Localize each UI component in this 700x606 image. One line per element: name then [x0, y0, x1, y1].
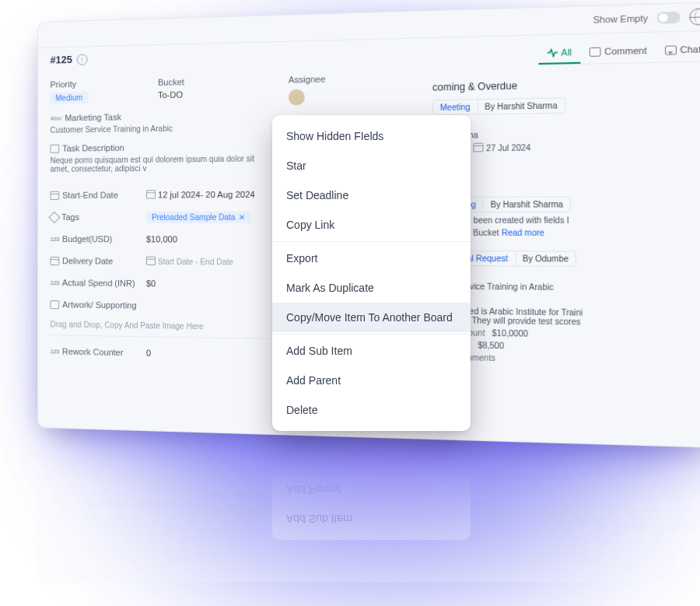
chat-icon: [665, 45, 677, 54]
text-icon: [51, 144, 60, 152]
start-end-label: Start-End Date: [62, 190, 118, 199]
read-more-link[interactable]: Read more: [502, 228, 544, 237]
meeting-date-day: 27: [432, 154, 700, 166]
number-icon: 123: [51, 348, 60, 355]
marketing-task-label: Abc Marketing Task: [51, 110, 269, 123]
audit-text-2: aborators, Bucket Read more: [432, 228, 700, 237]
audit-author: By Harshit Sharma: [484, 198, 570, 212]
tab-all-label: All: [561, 47, 572, 58]
menu-copy-move-item[interactable]: Copy/Move Item To Another Board: [272, 303, 471, 332]
activity-subheader: y: [432, 177, 700, 191]
menu-delete[interactable]: Delete: [272, 395, 471, 425]
number-icon: 123: [51, 236, 60, 243]
priority-badge[interactable]: Medium: [51, 92, 89, 104]
actual-spend-value[interactable]: $0: [146, 278, 269, 289]
number-icon: 123: [51, 279, 60, 286]
priority-label: Priority: [51, 78, 158, 89]
activity-icon: [547, 48, 557, 58]
calendar-icon: [146, 257, 156, 265]
menu-add-parent[interactable]: Add Parent: [272, 366, 471, 395]
details-text: dor selected is Arabic Institute for Tra…: [432, 307, 700, 328]
budget-value[interactable]: $10,000: [146, 234, 269, 244]
approval-author: By Odumbe: [516, 251, 576, 266]
meeting-pill-group: Meeting By Harshit Sharma: [432, 97, 565, 115]
tab-all[interactable]: All: [538, 42, 580, 65]
delivery-date-placeholder[interactable]: Start Date - End Date: [158, 257, 233, 267]
assignee-label: Assignee: [289, 72, 412, 85]
image-icon: [51, 300, 60, 309]
host-name: ahit Sharma: [432, 128, 700, 140]
remove-tag-icon[interactable]: ✕: [239, 212, 245, 221]
task-description: Neque porro quisquam est qui dolorem ips…: [51, 154, 269, 173]
budgeted-value: $10,0000: [492, 328, 528, 338]
tags-label: Tags: [61, 212, 79, 222]
show-empty-toggle[interactable]: [657, 12, 681, 24]
meeting-author: By Harshit Sharma: [478, 98, 564, 114]
audit-text: v item has been created with fields I: [432, 215, 700, 225]
calendar-icon: [51, 257, 60, 265]
activity-tabs: All Comment Chat ▾: [538, 38, 700, 65]
calendar-icon: [146, 190, 156, 198]
approval-case-value: tomer Service Training in Arabic: [432, 282, 700, 293]
rework-counter-label: Rework Counter: [62, 347, 123, 358]
divider: [51, 335, 269, 339]
menu-separator: [272, 241, 471, 242]
menu-copy-link[interactable]: Copy Link: [272, 210, 471, 240]
artwork-label: Artwork/ Supporting: [62, 299, 136, 310]
actual-spend-label: Actual Spend (INR): [62, 278, 135, 288]
menu-set-deadline[interactable]: Set Deadline: [272, 180, 471, 210]
tab-comment[interactable]: Comment: [580, 40, 656, 63]
tab-comment-label: Comment: [604, 45, 647, 56]
tag-chip[interactable]: Preloaded Sample Data✕: [146, 211, 250, 222]
menu-export[interactable]: Export: [272, 243, 471, 273]
comment-icon: [590, 47, 601, 56]
details-panel: Priority Medium Bucket To-DO Abc Marketi…: [51, 75, 269, 422]
tab-chat-label: Chat: [680, 44, 700, 55]
proposed-cost-value: $8,500: [478, 341, 504, 350]
menu-add-sub-item[interactable]: Add Sub Item: [272, 336, 471, 366]
globe-icon[interactable]: [689, 8, 700, 26]
meeting-pill[interactable]: Meeting: [433, 100, 478, 114]
activity-panel: coming & Overdue Meeting By Harshit Shar…: [432, 66, 700, 433]
info-icon[interactable]: i: [77, 54, 88, 65]
dnd-hint[interactable]: Drag and Drop, Copy And Paste Image Here: [51, 320, 269, 331]
menu-separator: [272, 334, 471, 335]
tag-icon: [48, 211, 60, 223]
task-description-label: Task Description: [51, 142, 269, 153]
meeting-date: 27 Jul 2024: [486, 143, 530, 152]
marketing-task: Customer Service Training in Arabic: [51, 123, 269, 135]
rework-counter-value: 0: [146, 348, 269, 359]
calendar-icon: [474, 143, 484, 152]
start-end-value[interactable]: 12 jul 2024- 20 Aug 2024: [158, 190, 255, 200]
menu-mark-as-duplicate[interactable]: Mark As Duplicate: [272, 273, 471, 303]
show-empty-label: Show Empty: [593, 13, 649, 25]
menu-star[interactable]: Star: [272, 151, 471, 180]
delivery-date-label: Delivery Date: [62, 256, 113, 265]
assignee-avatar[interactable]: [289, 89, 305, 105]
calendar-icon: [51, 191, 60, 199]
upcoming-header: coming & Overdue: [432, 76, 700, 93]
menu-show-hidden-fields[interactable]: Show Hidden FIelds: [272, 121, 471, 151]
bucket-label: Bucket: [158, 75, 269, 87]
tab-chat[interactable]: Chat ▾: [656, 38, 700, 61]
budget-label: Budget(USD): [62, 234, 112, 243]
context-menu: Show Hidden FIelds Star Set Deadline Cop…: [272, 115, 471, 431]
bucket-value: To-DO: [158, 88, 269, 100]
item-id: #125: [51, 54, 72, 66]
